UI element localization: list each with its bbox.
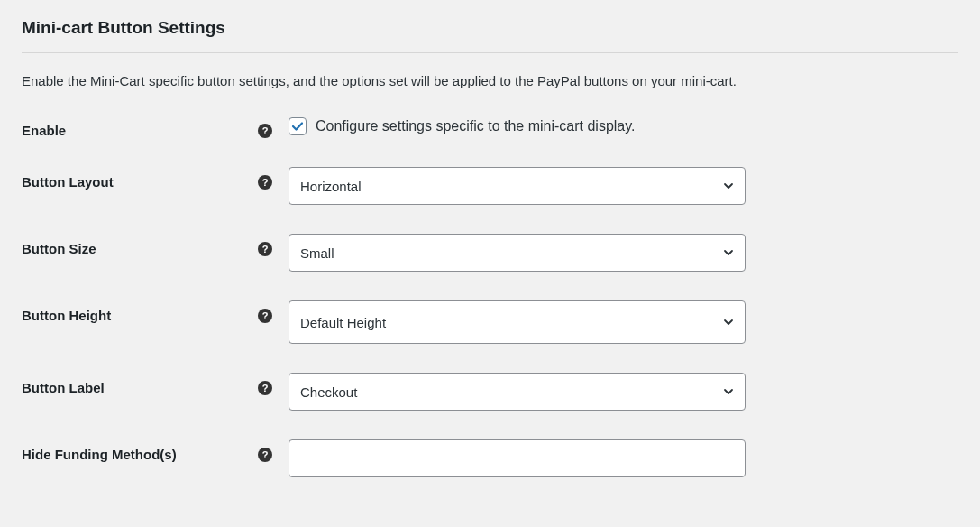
label-col-layout: Button Layout ? <box>22 167 289 190</box>
label-hide-funding: Hide Funding Method(s) <box>22 447 177 462</box>
control-height: Default Height <box>289 300 746 344</box>
row-hide-funding: Hide Funding Method(s) ? <box>22 411 958 477</box>
btn-label-select[interactable]: Checkout <box>289 373 746 411</box>
check-icon <box>291 120 304 133</box>
control-layout: Horizontal <box>289 167 746 205</box>
label-size: Button Size <box>22 241 96 256</box>
section-description: Enable the Mini-Cart specific button set… <box>22 53 958 96</box>
help-icon[interactable]: ? <box>258 448 272 462</box>
row-btn-label: Button Label ? Checkout <box>22 344 958 411</box>
label-enable: Enable <box>22 123 66 138</box>
label-col-height: Button Height ? <box>22 300 289 323</box>
label-height: Button Height <box>22 308 111 323</box>
row-layout: Button Layout ? Horizontal <box>22 138 958 205</box>
layout-select[interactable]: Horizontal <box>289 167 746 205</box>
enable-checkbox-row: Configure settings specific to the mini-… <box>289 117 746 135</box>
control-btn-label: Checkout <box>289 373 746 411</box>
height-select-value: Default Height <box>300 315 386 330</box>
control-size: Small <box>289 234 746 272</box>
section-title: Mini-cart Button Settings <box>22 18 958 53</box>
label-btn-label: Button Label <box>22 380 105 395</box>
label-col-size: Button Size ? <box>22 234 289 256</box>
layout-select-value: Horizontal <box>300 179 362 194</box>
hide-funding-input[interactable] <box>289 439 746 477</box>
help-icon[interactable]: ? <box>258 124 272 138</box>
enable-checkbox[interactable] <box>289 117 307 135</box>
label-col-enable: Enable ? <box>22 117 289 138</box>
height-select-wrap: Default Height <box>289 300 746 344</box>
row-size: Button Size ? Small <box>22 205 958 272</box>
row-height: Button Height ? Default Height <box>22 272 958 344</box>
btn-label-select-value: Checkout <box>300 384 357 400</box>
help-icon[interactable]: ? <box>258 381 272 395</box>
label-col-btn-label: Button Label ? <box>22 373 289 395</box>
height-select[interactable]: Default Height <box>289 300 746 344</box>
size-select-value: Small <box>300 245 334 261</box>
label-layout: Button Layout <box>22 174 114 190</box>
help-icon[interactable]: ? <box>258 309 272 323</box>
layout-select-wrap: Horizontal <box>289 167 746 205</box>
row-enable: Enable ? Configure settings specific to … <box>22 96 958 138</box>
label-col-hide-funding: Hide Funding Method(s) ? <box>22 439 289 462</box>
control-enable: Configure settings specific to the mini-… <box>289 117 746 135</box>
settings-form: Enable ? Configure settings specific to … <box>22 96 958 477</box>
size-select-wrap: Small <box>289 234 746 272</box>
enable-checkbox-label: Configure settings specific to the mini-… <box>316 118 636 134</box>
btn-label-select-wrap: Checkout <box>289 373 746 411</box>
help-icon[interactable]: ? <box>258 175 272 190</box>
help-icon[interactable]: ? <box>258 242 272 256</box>
control-hide-funding <box>289 439 746 477</box>
size-select[interactable]: Small <box>289 234 746 272</box>
